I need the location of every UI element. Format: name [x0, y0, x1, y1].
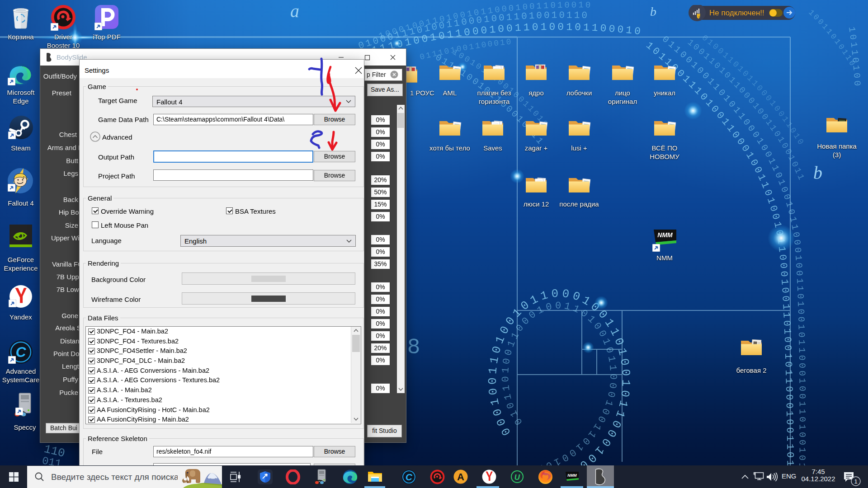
svg-text:Не подключен!!: Не подключен!!	[709, 9, 764, 17]
svg-text:C: C	[406, 472, 413, 482]
svg-text:A: A	[457, 471, 464, 483]
svg-text:1: 1	[854, 478, 857, 485]
svg-text:NMM: NMM	[657, 231, 673, 239]
svg-text:U: U	[514, 473, 520, 482]
svg-text:C: C	[15, 344, 26, 360]
svg-text:!: !	[698, 15, 700, 19]
svg-text:NMM: NMM	[567, 473, 577, 478]
